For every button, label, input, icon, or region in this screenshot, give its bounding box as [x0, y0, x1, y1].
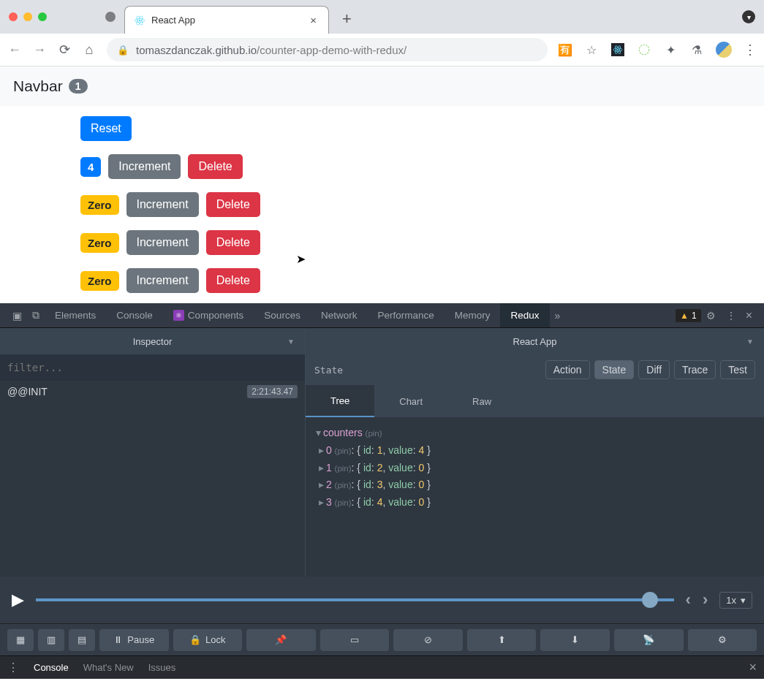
- counter-row: 4 Increment Delete: [80, 154, 684, 179]
- next-action-button[interactable]: ›: [703, 590, 708, 609]
- svg-point-5: [617, 49, 619, 50]
- account-dropdown-icon[interactable]: ▾: [742, 10, 755, 23]
- chart-tab[interactable]: Chart: [374, 385, 447, 417]
- device-toggle-icon[interactable]: ⧉: [27, 309, 45, 322]
- state-tree: ▾counters (pin) ▸0 (pin): { id: 1, value…: [306, 417, 764, 577]
- tab-sources[interactable]: Sources: [254, 303, 311, 327]
- prev-action-button[interactable]: ‹: [686, 590, 691, 609]
- view-diff-button[interactable]: Diff: [638, 360, 670, 379]
- flask-icon[interactable]: ⚗: [689, 42, 704, 57]
- close-window[interactable]: [9, 12, 18, 21]
- upload-button[interactable]: ⬆: [467, 629, 537, 651]
- slider-handle[interactable]: [642, 592, 658, 608]
- tab-redux[interactable]: Redux: [500, 303, 549, 327]
- increment-button[interactable]: Increment: [126, 192, 199, 217]
- play-button-icon[interactable]: ▶: [12, 590, 24, 609]
- translate-icon[interactable]: 🈶: [558, 42, 572, 57]
- delete-button[interactable]: Delete: [206, 268, 260, 293]
- state-view-tabs: Tree Chart Raw: [306, 385, 764, 417]
- tree-tab[interactable]: Tree: [306, 385, 374, 417]
- action-item[interactable]: @@INIT 2:21:43.47: [0, 381, 305, 403]
- tree-item[interactable]: ▸0 (pin): { id: 1, value: 4 }: [316, 442, 754, 460]
- upload-icon: ⬆: [498, 634, 506, 645]
- dispatch-button[interactable]: ⊘: [393, 629, 463, 651]
- view-test-button[interactable]: Test: [720, 360, 755, 379]
- app-viewport: Navbar 1 Reset 4 Increment Delete Zero I…: [0, 66, 764, 303]
- download-icon: ⬇: [571, 634, 579, 645]
- more-tabs-icon[interactable]: »: [550, 310, 566, 322]
- state-title: State: [314, 365, 343, 376]
- browser-tab[interactable]: React App ×: [124, 6, 329, 34]
- layout1-button[interactable]: ▦: [7, 629, 34, 651]
- browser-menu-icon[interactable]: ⋮: [744, 42, 757, 58]
- playback-slider[interactable]: [36, 598, 674, 601]
- inspector-header[interactable]: Inspector ▼: [0, 328, 305, 354]
- playback-bar: ▶ ‹ › 1x▾: [0, 577, 764, 623]
- pause-button[interactable]: ⏸Pause: [99, 629, 169, 651]
- download-button[interactable]: ⬇: [540, 629, 610, 651]
- pin-button[interactable]: 📌: [246, 629, 316, 651]
- counter-badge: Zero: [80, 233, 119, 253]
- tab-network[interactable]: Network: [311, 303, 368, 327]
- lock-button[interactable]: 🔒Lock: [173, 629, 243, 651]
- back-button[interactable]: ←: [7, 42, 22, 58]
- app-header[interactable]: React App ▼: [306, 328, 764, 354]
- redux-ext-icon[interactable]: [637, 42, 651, 57]
- redux-action-panel: Inspector ▼ @@INIT 2:21:43.47: [0, 328, 306, 577]
- bookmark-star-icon[interactable]: ☆: [584, 42, 599, 57]
- action-filter-input[interactable]: [0, 362, 305, 373]
- remote-button[interactable]: 📡: [614, 629, 684, 651]
- devtools-close-icon[interactable]: ×: [741, 309, 757, 322]
- tree-item[interactable]: ▸3 (pin): { id: 4, value: 0 }: [316, 494, 754, 511]
- app-navbar: Navbar 1: [0, 66, 764, 106]
- tab-console[interactable]: Console: [106, 303, 163, 327]
- new-tab-button[interactable]: +: [342, 9, 352, 28]
- persist-icon: ▭: [350, 634, 359, 645]
- increment-button[interactable]: Increment: [108, 154, 181, 179]
- traffic-lights: [9, 12, 47, 21]
- tree-root[interactable]: ▾counters (pin): [316, 425, 754, 442]
- maximize-window[interactable]: [38, 12, 47, 21]
- tab-memory[interactable]: Memory: [445, 303, 501, 327]
- tab-performance[interactable]: Performance: [367, 303, 444, 327]
- react-devtools-ext-icon[interactable]: [610, 42, 625, 57]
- minimize-window[interactable]: [23, 12, 32, 21]
- reset-button[interactable]: Reset: [80, 116, 132, 141]
- layout3-button[interactable]: ▤: [69, 629, 95, 651]
- view-trace-button[interactable]: Trace: [674, 360, 716, 379]
- persist-button[interactable]: ▭: [320, 629, 390, 651]
- tab-components[interactable]: ⚛Components: [163, 303, 254, 327]
- devtools-settings-icon[interactable]: ⚙: [701, 310, 721, 322]
- speed-select[interactable]: 1x▾: [719, 592, 752, 609]
- inspect-element-icon[interactable]: ▣: [7, 310, 27, 322]
- drawer-whatsnew-tab[interactable]: What's New: [83, 662, 134, 673]
- tree-item[interactable]: ▸1 (pin): { id: 2, value: 0 }: [316, 460, 754, 477]
- delete-button[interactable]: Delete: [188, 154, 242, 179]
- devtools-menu-icon[interactable]: ⋮: [721, 310, 741, 322]
- close-tab-icon[interactable]: ×: [307, 14, 319, 26]
- home-button[interactable]: ⌂: [82, 42, 97, 58]
- drawer-console-tab[interactable]: Console: [34, 662, 69, 673]
- view-state-button[interactable]: State: [594, 360, 635, 379]
- increment-button[interactable]: Increment: [126, 268, 199, 293]
- tab-elements[interactable]: Elements: [45, 303, 106, 327]
- drawer-issues-tab[interactable]: Issues: [148, 662, 176, 673]
- layout2-button[interactable]: ▥: [38, 629, 64, 651]
- redux-panel: Inspector ▼ @@INIT 2:21:43.47 React App …: [0, 328, 764, 577]
- view-action-button[interactable]: Action: [545, 360, 590, 379]
- profile-avatar[interactable]: [716, 42, 732, 58]
- warning-badge[interactable]: ▲1: [676, 309, 701, 322]
- reload-button[interactable]: ⟳: [57, 42, 72, 58]
- pause-icon: ⏸: [113, 634, 123, 645]
- raw-tab[interactable]: Raw: [447, 385, 516, 417]
- forward-button[interactable]: →: [32, 42, 47, 58]
- delete-button[interactable]: Delete: [206, 230, 260, 255]
- drawer-close-icon[interactable]: ×: [749, 660, 757, 675]
- address-bar[interactable]: 🔒 tomaszdanczak.github.io/counter-app-de…: [107, 38, 548, 61]
- delete-button[interactable]: Delete: [206, 192, 260, 217]
- settings-button[interactable]: ⚙: [688, 629, 757, 651]
- tree-item[interactable]: ▸2 (pin): { id: 3, value: 0 }: [316, 476, 754, 494]
- drawer-menu-icon[interactable]: ⋮: [7, 661, 19, 674]
- extensions-puzzle-icon[interactable]: ✦: [663, 42, 678, 57]
- increment-button[interactable]: Increment: [126, 230, 199, 255]
